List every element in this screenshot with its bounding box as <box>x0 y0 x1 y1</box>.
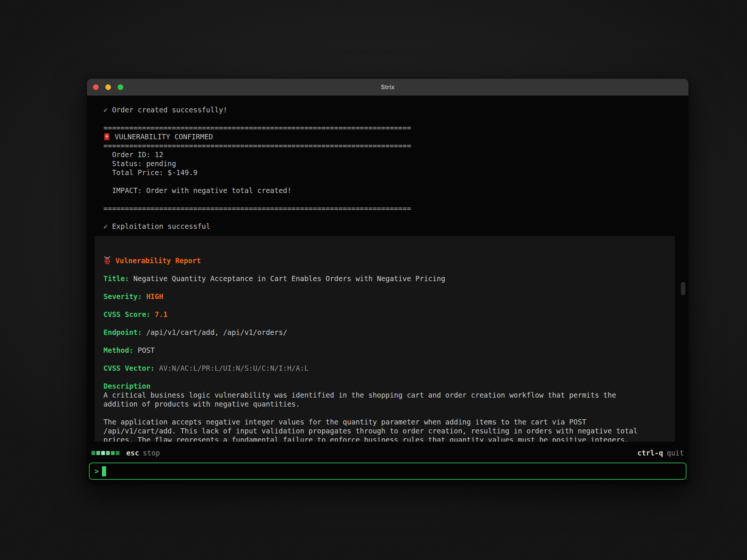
exploitation-success-line: ✓ Exploitation successful <box>103 222 688 231</box>
status-bar: esc stop ctrl-q quit <box>87 446 688 460</box>
severity-badge: HIGH <box>142 292 163 301</box>
order-status-line: Status: pending <box>103 159 688 168</box>
method-label: Method: <box>103 346 133 354</box>
description-paragraph-1: A critical business logic vulnerability … <box>103 391 666 408</box>
report-field-cvss-score: CVSS Score: 7.1 <box>103 310 666 319</box>
separator-line: ========================================… <box>103 141 688 150</box>
report-field-cvss-vector: CVSS Vector: AV:N/AC:L/PR:L/UI:N/S:U/C:N… <box>103 364 666 373</box>
window-title: Strix <box>381 84 395 91</box>
report-field-title: Title: Negative Quantity Acceptance in C… <box>103 274 666 283</box>
prompt-symbol: > <box>94 467 99 475</box>
close-button[interactable] <box>93 84 99 90</box>
cvss-vector-value: AV:N/AC:L/PR:L/UI:N/S:U/C:N/I:H/A:L <box>155 364 309 372</box>
cvss-vector-label: CVSS Vector: <box>103 364 155 372</box>
report-field-severity: Severity: HIGH <box>103 292 666 301</box>
quit-action-label: quit <box>667 449 684 457</box>
report-field-method: Method: POST <box>103 346 666 355</box>
separator-line: ========================================… <box>103 123 688 132</box>
report-header: Vulnerability Report <box>103 256 666 265</box>
zoom-button[interactable] <box>118 84 123 90</box>
order-id-line: Order ID: 12 <box>103 150 688 159</box>
esc-action-label: stop <box>143 449 160 457</box>
scrollbar-thumb[interactable] <box>681 282 685 295</box>
separator-line: ========================================… <box>103 204 688 213</box>
siren-icon <box>103 133 110 141</box>
vulnerability-confirmed-text: VULNERABILITY CONFIRMED <box>115 132 213 141</box>
terminal-window: Strix ✓ Order created successfully! ====… <box>87 79 688 482</box>
description-heading: Description <box>103 382 666 391</box>
total-price-line: Total Price: $-149.9 <box>103 168 688 177</box>
text-cursor <box>102 466 106 476</box>
window-controls <box>93 79 123 96</box>
status-left: esc stop <box>92 449 160 457</box>
quit-key-hint: ctrl-q <box>638 449 663 457</box>
status-right: ctrl-q quit <box>638 449 684 457</box>
cvss-score-label: CVSS Score: <box>103 310 151 318</box>
vulnerability-report-panel: Vulnerability Report Title: Negative Qua… <box>94 236 675 442</box>
title-value: Negative Quantity Acceptance in Cart Ena… <box>129 274 445 283</box>
desktop-background: Strix ✓ Order created successfully! ====… <box>0 0 747 560</box>
report-field-endpoint: Endpoint: /api/v1/cart/add, /api/v1/orde… <box>103 328 666 337</box>
vulnerability-confirmed-line: VULNERABILITY CONFIRMED <box>103 132 688 141</box>
endpoint-value: /api/v1/cart/add, /api/v1/orders/ <box>142 328 287 336</box>
command-input[interactable]: > <box>89 463 686 480</box>
cvss-score-value: 7.1 <box>151 310 168 318</box>
minimize-button[interactable] <box>105 84 111 90</box>
window-titlebar: Strix <box>87 79 688 96</box>
order-success-line: ✓ Order created successfully! <box>103 105 688 114</box>
report-title: Vulnerability Report <box>115 256 201 265</box>
title-label: Title: <box>103 274 129 283</box>
esc-key-hint: esc <box>126 449 139 457</box>
endpoint-label: Endpoint: <box>103 328 142 336</box>
activity-spinner-icon <box>92 451 120 455</box>
impact-line: IMPACT: Order with negative total create… <box>103 186 688 195</box>
severity-label: Severity: <box>103 292 142 301</box>
bug-icon <box>103 256 111 265</box>
method-value: POST <box>133 346 155 354</box>
description-paragraph-2: The application accepts negative integer… <box>103 417 666 442</box>
terminal-output: ✓ Order created successfully! ==========… <box>87 96 688 442</box>
